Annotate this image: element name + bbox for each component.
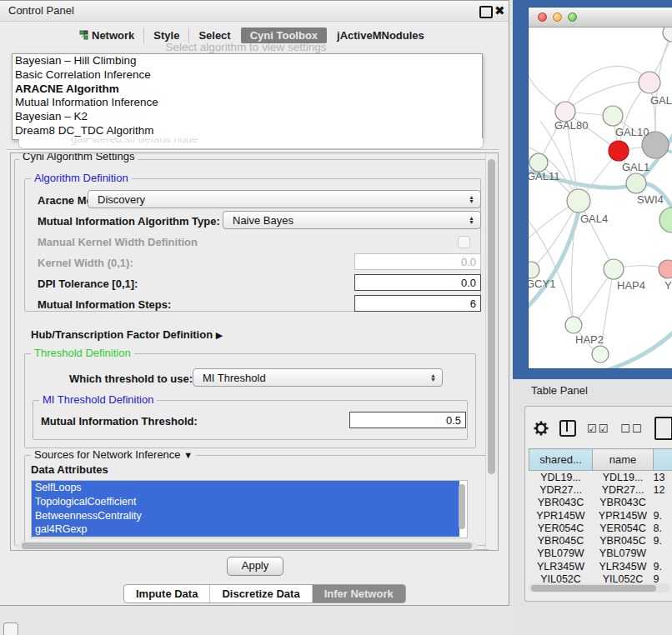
network-node-y[interactable] <box>659 260 672 278</box>
table-row[interactable]: YBR045CYBR045C9. <box>529 534 672 547</box>
network-node[interactable] <box>663 28 672 42</box>
attributes-scrollbar-thumb[interactable] <box>459 484 465 529</box>
tab-label: Network <box>92 29 134 42</box>
bottom-tab-discretize-data[interactable]: Discretize Data <box>209 585 311 602</box>
table-cell: YLR345W <box>593 560 654 572</box>
expander-right-icon[interactable]: ▶ <box>216 330 223 340</box>
float-window-icon[interactable] <box>479 6 493 18</box>
table-hscrollbar[interactable] <box>529 583 670 592</box>
table-cell: YPR145W <box>529 509 593 522</box>
attribute-item[interactable]: BetweennessCentrality <box>32 509 459 523</box>
table-cell: 12 <box>654 483 672 496</box>
network-node-hap2[interactable] <box>565 317 582 333</box>
network-node-label: GCY1 <box>529 278 555 290</box>
network-node-label: Y <box>664 279 672 292</box>
mi-type-select[interactable]: Naive Bayes ▲▼ <box>223 211 481 229</box>
network-view-window[interactable]: GALGAL80GAL10GAL1GAL11SWI4GAL4GCY1HAP4YH… <box>528 7 672 369</box>
algorithm-option[interactable]: Mutual Information Inference <box>13 96 482 110</box>
ghost-field-text: galFiltered.sif default node <box>71 138 483 145</box>
table-row[interactable]: YER054CYER054C8. <box>529 522 672 534</box>
manual-kernel-checkbox[interactable] <box>458 236 470 248</box>
expander-down-icon[interactable]: ▼ <box>183 450 193 460</box>
network-node-gal4[interactable] <box>567 189 590 212</box>
hub-definition-expander[interactable]: Hub/Transcription Factor Definition ▶ <box>31 328 223 341</box>
threshold-definition-title: Threshold Definition <box>31 347 134 359</box>
bottom-tab-infer-network[interactable]: Infer Network <box>312 585 405 602</box>
network-node[interactable] <box>659 208 672 232</box>
table-cell: YER054C <box>529 522 593 534</box>
minimize-traffic-light-icon[interactable] <box>553 12 562 22</box>
table-row[interactable]: YDR27...YDR27...12 <box>529 483 672 496</box>
table-cell: YLR345W <box>529 560 593 572</box>
combo-stepper-icon: ▲▼ <box>469 216 474 224</box>
network-node-gal[interactable] <box>639 72 660 93</box>
algorithm-option[interactable]: Dream8 DC_TDC Algorithm <box>13 124 482 138</box>
attribute-item[interactable]: gal4RGexp <box>32 522 459 537</box>
mi-threshold-label: Mutual Information Threshold: <box>41 415 198 428</box>
manual-kernel-label: Manual Kernel Width Definition <box>38 236 198 248</box>
zoom-traffic-light-icon[interactable] <box>568 12 577 22</box>
column-header[interactable]: shared... <box>529 449 593 471</box>
column-header[interactable] <box>654 449 672 471</box>
network-node-swi4[interactable] <box>626 173 646 193</box>
table-cell: YDL19... <box>593 471 654 484</box>
algorithm-select-placeholder[interactable]: Select algorithm to view settings <box>0 41 492 53</box>
table-row[interactable]: YDL19...YDL19...13 <box>529 471 672 484</box>
close-traffic-light-icon[interactable] <box>538 12 547 22</box>
network-graph: GALGAL80GAL10GAL1GAL11SWI4GAL4GCY1HAP4YH… <box>529 28 672 368</box>
settings-vscrollbar[interactable] <box>485 154 497 549</box>
algorithm-option[interactable]: Bayesian – Hill Climbing <box>13 54 482 68</box>
attributes-hscrollbar[interactable] <box>18 542 478 550</box>
bottom-tab-impute-data[interactable]: Impute Data <box>124 585 209 602</box>
docked-panel-icon[interactable] <box>3 622 18 635</box>
network-node-gal10[interactable] <box>603 106 623 126</box>
network-window-titlebar[interactable] <box>529 8 672 28</box>
checked-columns-icon[interactable]: ☑☑ <box>587 422 609 435</box>
algorithm-option[interactable]: ARACNE Algorithm <box>13 82 482 97</box>
control-panel-titlebar[interactable]: Control Panel ✖ <box>0 1 509 22</box>
network-node-gal1[interactable] <box>609 141 629 161</box>
algorithm-definition-title: Algorithm Definition <box>31 172 132 184</box>
attribute-item[interactable]: TopologicalCoefficient <box>32 495 459 509</box>
kernel-width-field[interactable]: 0.0 <box>354 253 481 270</box>
algorithm-option[interactable]: Bayesian – K2 <box>13 110 482 124</box>
new-table-icon[interactable] <box>654 417 672 440</box>
network-node-label: GAL11 <box>529 170 560 182</box>
table-cell: YBL079W <box>593 548 654 560</box>
dpi-tolerance-field[interactable]: 0.0 <box>354 274 481 291</box>
network-node-gcy1[interactable] <box>529 262 539 278</box>
mi-steps-field[interactable]: 6 <box>354 295 481 312</box>
close-icon[interactable]: ✖ <box>494 3 505 18</box>
tab-label: Cyni Toolbox <box>250 29 318 42</box>
which-threshold-label: Which threshold to use: <box>69 372 193 385</box>
network-node-hap4[interactable] <box>604 259 624 279</box>
settings-vscrollbar-thumb[interactable] <box>488 159 495 474</box>
attribute-item[interactable]: SelfLoops <box>32 481 459 495</box>
unchecked-columns-icon[interactable]: ☐☐ <box>620 422 643 435</box>
network-node-label: HAP4 <box>617 279 645 292</box>
table-row[interactable]: YBL079WYBL079W <box>529 548 672 560</box>
table-cell: 13 <box>654 471 672 484</box>
which-threshold-select[interactable]: MI Threshold ▲▼ <box>193 368 443 387</box>
mi-steps-label: Mutual Information Steps: <box>38 298 171 311</box>
table-row[interactable]: YPR145WYPR145W9. <box>529 509 672 522</box>
column-header[interactable]: name <box>593 449 654 471</box>
table-hscrollbar-thumb[interactable] <box>531 585 656 592</box>
gear-icon[interactable] <box>534 421 549 436</box>
apply-button[interactable]: Apply <box>227 557 283 576</box>
split-table-icon[interactable] <box>559 420 576 437</box>
network-node-gal11[interactable] <box>529 153 548 172</box>
attributes-hscrollbar-thumb[interactable] <box>22 542 472 549</box>
data-attributes-list[interactable]: SelfLoopsTopologicalCoefficientBetweenne… <box>31 480 468 538</box>
sources-title[interactable]: Sources for Network Inference ▼ <box>31 448 196 461</box>
network-canvas[interactable]: GALGAL80GAL10GAL1GAL11SWI4GAL4GCY1HAP4YH… <box>529 28 672 368</box>
aracne-mode-select[interactable]: Discovery ▲▼ <box>88 190 481 208</box>
table-row[interactable]: YLR345WYLR345W9. <box>529 560 672 572</box>
algorithm-option[interactable]: Basic Correlation Inference <box>13 68 482 82</box>
mi-threshold-field[interactable]: 0.5 <box>349 412 466 428</box>
network-node[interactable] <box>592 346 609 362</box>
kernel-width-label: Kernel Width (0,1): <box>38 257 133 269</box>
network-node-label: GAL80 <box>554 119 588 132</box>
aracne-mode-value: Discovery <box>98 193 145 206</box>
table-row[interactable]: YBR043CYBR043C <box>529 497 672 509</box>
